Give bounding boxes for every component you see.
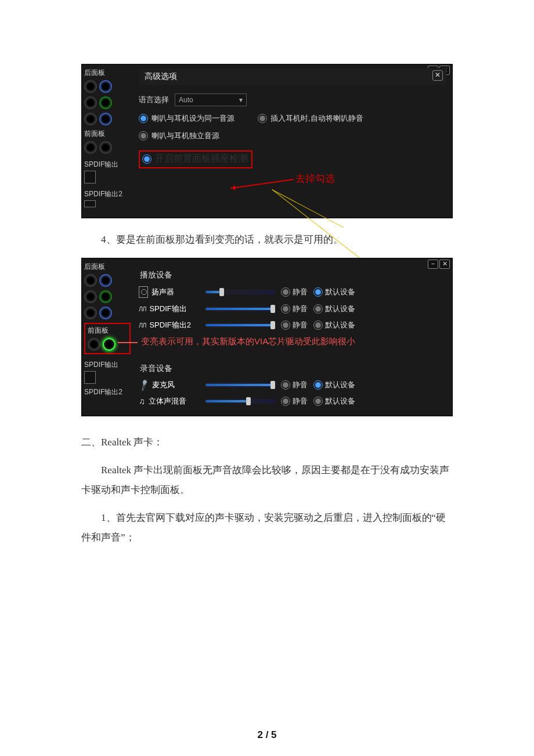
- device-stereomix-row: ♫立体声混音 静音 默认设备: [139, 396, 446, 406]
- device-spdif2-row: ЛЛSPDIF输出2 静音 默认设备: [139, 320, 446, 330]
- radio-icon: [313, 397, 323, 406]
- language-select: Auto ▾: [175, 93, 247, 106]
- screenshot-advanced-options: − ✕ 后面板 前面板 SPDIF输出 SPDIF输出2 高级选项 ✕: [81, 64, 453, 218]
- radio-icon: [258, 114, 267, 123]
- callout-arrow-icon: [230, 179, 294, 189]
- playback-devices-header: 播放设备: [140, 270, 446, 280]
- speaker-icon: [139, 286, 148, 298]
- spdif-port-icon: [84, 171, 96, 183]
- adv-options-header: 高级选项 ✕: [139, 68, 446, 85]
- chevron-down-icon: ▾: [239, 96, 243, 104]
- option-independent-source: 喇叭与耳机独立音源: [139, 131, 234, 141]
- front-panel-label: 前面板: [88, 326, 127, 336]
- realtek-para1: Realtek 声卡出现前面板无声音故障会比较哆，原因主要都是在于没有成功安装声…: [81, 460, 453, 500]
- radio-icon: [139, 131, 148, 141]
- radio-icon: [142, 154, 151, 164]
- realtek-step1: 1、首先去官网下载对应的声卡驱动，安装完驱动之后重启，进入控制面板的“硬件和声音…: [81, 508, 453, 548]
- dialog-close-icon: ✕: [432, 70, 443, 81]
- radio-icon: [281, 380, 290, 390]
- page-number: 2 / 5: [0, 729, 534, 741]
- device-speaker-row: 扬声器 静音 默认设备: [139, 286, 446, 298]
- recording-devices-header: 录音设备: [140, 363, 446, 374]
- spdif-port-icon: [84, 200, 96, 207]
- volume-slider: [205, 399, 275, 404]
- screenshot-playback-devices: − ✕ 后面板 前面板 SPDIF输出 SPDIF输出2 播放设备 扬声: [81, 258, 453, 416]
- option-jack-detection: 开启前置面板插座检测: [139, 150, 252, 168]
- spdif1-label: SPDIF输出: [84, 160, 131, 170]
- radio-icon: [313, 380, 323, 390]
- volume-slider: [205, 290, 275, 294]
- annotation-lit-meaning: 变亮表示可用，其实新版本的VIA芯片驱动受此影响很小: [139, 336, 446, 347]
- radio-icon: [313, 321, 323, 330]
- device-mic-row: 🎤麦克风 静音 默认设备: [139, 380, 446, 390]
- device-spdif1-row: ЛЛSPDIF输出 静音 默认设备: [139, 304, 446, 314]
- spdif1-label: SPDIF输出: [84, 360, 131, 370]
- language-label: 语言选择: [139, 95, 169, 105]
- front-panel-label: 前面板: [84, 129, 131, 139]
- spdif2-label: SPDIF输出2: [84, 387, 131, 397]
- rear-panel-label: 后面板: [84, 68, 131, 78]
- radio-icon: [281, 321, 290, 330]
- spdif2-label: SPDIF输出2: [84, 189, 131, 199]
- volume-slider: [205, 383, 275, 387]
- wave-icon: ЛЛ: [139, 322, 146, 329]
- radio-icon: [139, 114, 148, 123]
- callout-uncheck: 去掉勾选: [295, 172, 335, 185]
- step-4-text: 4、要是在前面板那边看到变亮的话，就表示是可用的。: [81, 230, 453, 250]
- radio-icon: [281, 397, 290, 406]
- volume-slider: [205, 323, 275, 327]
- spdif-port-icon: [84, 371, 96, 384]
- radio-icon: [281, 287, 290, 297]
- realtek-heading: 二、Realtek 声卡：: [81, 433, 453, 452]
- option-same-source: 喇叭与耳机设为同一音源: [139, 113, 234, 124]
- front-panel-highlight: 前面板: [84, 323, 131, 354]
- volume-slider: [205, 307, 275, 311]
- rear-panel-label: 后面板: [84, 262, 131, 272]
- wave-icon: ЛЛ: [139, 305, 146, 312]
- radio-icon: [313, 304, 323, 314]
- radio-icon: [313, 287, 323, 297]
- music-note-icon: ♫: [139, 397, 145, 406]
- radio-icon: [281, 304, 290, 314]
- option-auto-mute: 插入耳机时,自动将喇叭静音: [258, 113, 363, 124]
- mic-icon: 🎤: [137, 379, 150, 391]
- annotation-line-icon: [272, 189, 344, 228]
